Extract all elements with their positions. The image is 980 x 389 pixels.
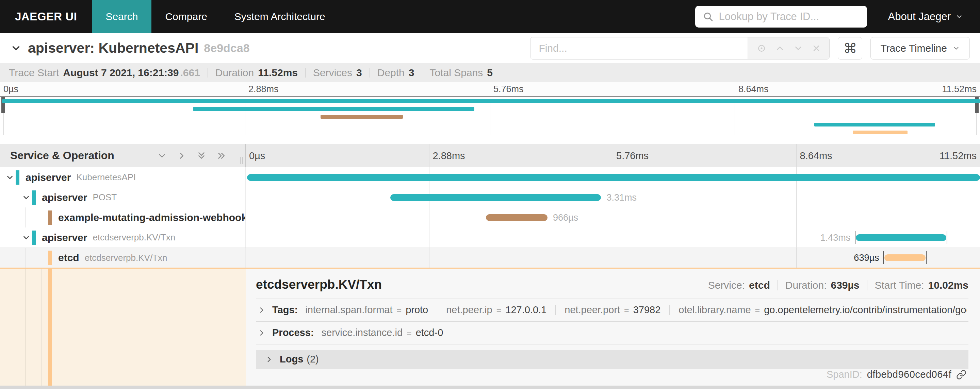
tags-list: internal.span.format=protonet.peer.ip=12… (305, 304, 967, 316)
kv-value: 37982 (633, 304, 661, 316)
deep-link-icon[interactable] (956, 370, 966, 380)
kv-key: net.peer.ip (446, 304, 492, 316)
summary-item-label: Duration (215, 67, 254, 79)
span-bar-end-tick (947, 231, 947, 244)
summary-item-label: Total Spans (430, 67, 483, 79)
collapse-one-icon[interactable] (177, 151, 187, 161)
span-color-bar (32, 191, 36, 205)
collapse-all-icon[interactable] (216, 151, 226, 161)
kv-key: service.instance.id (321, 327, 403, 338)
summary-item-suffix: .661 (180, 67, 200, 79)
process-accordion[interactable]: Process: service.instance.id=etcd-0 (256, 322, 969, 345)
axis-tick: 8.64ms (738, 84, 769, 95)
kv-value: etcd-0 (416, 327, 443, 338)
app-logo[interactable]: JAEGER UI (0, 0, 92, 33)
trace-header-controls: ⌘ Trace Timeline (530, 37, 970, 59)
span-service-name: etcd (58, 252, 79, 264)
nav-tab-system-architecture[interactable]: System Architecture (221, 0, 339, 33)
detail-meta-label: Start Time: (875, 279, 924, 291)
span-row[interactable]: example-mutating-admission-webhook...966… (0, 207, 980, 227)
span-id-label: SpanID: (827, 369, 862, 380)
kv-item: otel.library.name=go.opentelemetry.io/co… (679, 304, 967, 316)
kv-item: service.instance.id=etcd-0 (321, 327, 443, 338)
next-result-icon[interactable] (793, 43, 803, 53)
find-input[interactable] (530, 37, 748, 59)
detail-meta-item: Service:etcd (708, 279, 770, 291)
span-row[interactable]: apiserverKubernetesAPI (0, 167, 980, 187)
span-row[interactable]: apiserverPOST3.31ms (0, 187, 980, 207)
prev-result-icon[interactable] (775, 43, 785, 53)
meta-separator (867, 280, 867, 291)
meta-separator (778, 280, 778, 291)
kv-separator (555, 305, 556, 315)
nav-tab-compare[interactable]: Compare (151, 0, 221, 33)
kv-equals: = (397, 305, 402, 315)
process-list: service.instance.id=etcd-0 (321, 327, 443, 338)
span-bar[interactable] (885, 254, 926, 261)
keyboard-shortcuts-button[interactable]: ⌘ (838, 37, 862, 59)
about-jaeger-menu[interactable]: About Jaeger (888, 0, 980, 33)
caret-down-icon (956, 13, 963, 21)
bottom-scrollbar-track[interactable] (0, 386, 980, 389)
span-bar[interactable] (856, 234, 946, 241)
detail-meta-value: etcd (749, 279, 770, 291)
summary-separator (369, 68, 370, 78)
logs-count: (2) (307, 354, 318, 365)
summary-separator (208, 68, 208, 78)
span-operation-name: KubernetesAPI (76, 172, 136, 183)
tree-guide-line (9, 207, 9, 227)
span-name-cell: apiserveretcdserverpb.KV/Txn (0, 227, 246, 248)
trace-view-selector[interactable]: Trace Timeline (870, 37, 970, 59)
kv-item: net.peer.ip=127.0.0.1 (446, 304, 546, 316)
expand-all-icon[interactable] (196, 151, 207, 161)
tags-accordion[interactable]: Tags: internal.span.format=protonet.peer… (256, 299, 969, 322)
expand-one-icon[interactable] (157, 151, 167, 161)
trace-lookup-box[interactable] (695, 6, 867, 27)
span-bar[interactable] (390, 194, 601, 201)
span-bar-start-tick (883, 251, 884, 264)
span-timeline-cell: 1.43ms (246, 227, 980, 248)
axis-tick: 5.76ms (493, 84, 524, 95)
span-row[interactable]: apiserveretcdserverpb.KV/Txn1.43ms (0, 227, 980, 248)
clear-find-icon[interactable] (811, 43, 821, 53)
logs-accordion[interactable]: Logs (2) (256, 350, 969, 369)
axis-tick: 5.76ms (616, 150, 649, 161)
find-group (530, 37, 830, 59)
kv-separator (669, 305, 670, 315)
column-resizer-handle[interactable] (240, 157, 243, 164)
span-collapse-chevron-icon[interactable] (4, 173, 16, 182)
axis-tick: 0µs (3, 84, 18, 95)
kv-value: go.opentelemetry.io/contrib/instrumentat… (764, 304, 967, 316)
collapse-trace-chevron-icon[interactable] (10, 43, 22, 54)
span-detail-title: etcdserverpb.KV/Txn (256, 278, 382, 292)
kv-key: net.peer.port (565, 304, 620, 316)
tree-guide-line (25, 248, 25, 268)
detail-meta-item: Start Time:10.02ms (875, 279, 969, 291)
span-bar[interactable] (486, 214, 547, 221)
span-name-cell: apiserverKubernetesAPI (0, 167, 246, 187)
trace-header: apiserver: KubernetesAPI 8e9dca8 ⌘ (0, 33, 980, 63)
span-row[interactable]: etcdetcdserverpb.KV/Txn639µs (0, 248, 980, 268)
trace-id: 8e9dca8 (204, 41, 250, 55)
span-operation-name: etcdserverpb.KV/Txn (92, 232, 175, 243)
chevron-right-icon (257, 306, 266, 314)
span-service-name: example-mutating-admission-webhook... (58, 212, 246, 224)
span-name-cell: etcdetcdserverpb.KV/Txn (0, 248, 246, 268)
minimap-canvas[interactable] (0, 96, 980, 135)
summary-item-label: Trace Start (9, 67, 59, 79)
span-collapse-chevron-icon[interactable] (21, 193, 32, 202)
span-duration-label: 1.43ms (821, 232, 851, 243)
kv-equals: = (755, 305, 760, 315)
tree-guide-line (9, 268, 9, 386)
trace-lookup-input[interactable] (719, 11, 859, 23)
span-detail-left-spacer (0, 268, 246, 386)
find-tools (748, 37, 829, 59)
tree-guide-line (9, 248, 9, 268)
tree-guide-line (41, 268, 42, 386)
span-bar[interactable] (247, 174, 980, 181)
summary-item: Trace StartAugust 7 2021, 16:21:39.661 (9, 67, 200, 79)
span-collapse-chevron-icon[interactable] (21, 233, 32, 242)
summary-item: Duration11.52ms (215, 67, 298, 79)
nav-tab-search[interactable]: Search (92, 0, 151, 33)
match-locate-icon[interactable] (756, 43, 767, 53)
